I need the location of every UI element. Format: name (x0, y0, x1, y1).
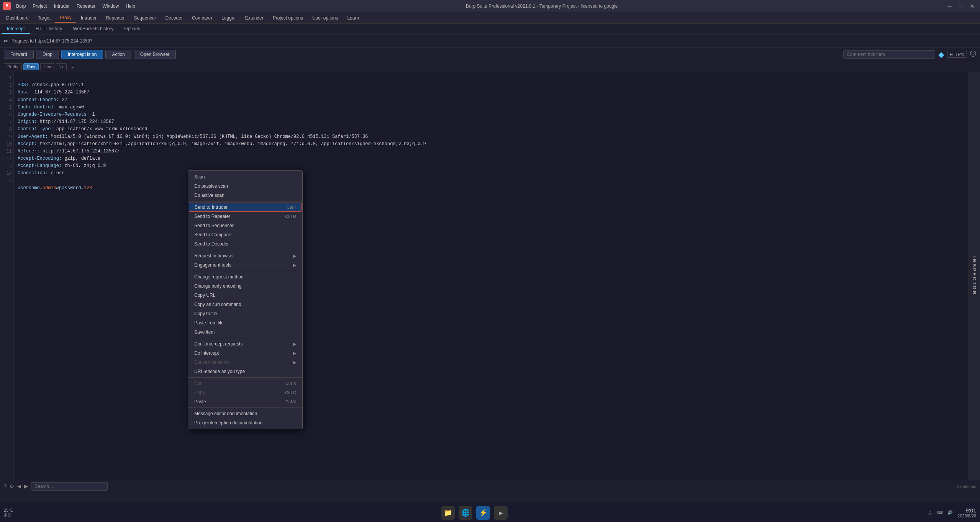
ctx-scan[interactable]: Scan (188, 172, 302, 182)
line-num: 13 (2, 162, 12, 170)
menu-repeater[interactable]: Repeater (74, 3, 98, 10)
toolbar-right: ◆ HTTP/1 ⓘ (843, 50, 976, 59)
menu-window[interactable]: Window (99, 3, 122, 10)
taskbar: 25°C 多云 📁 🌐 ⚡ ▶ 英 ⌨ 🔊 9:01 2023/6/26 (0, 503, 980, 522)
hex-button[interactable]: Hex (40, 63, 55, 70)
ctx-do-active-scan[interactable]: Do active scan (188, 191, 302, 200)
taskbar-icon-files[interactable]: 📁 (441, 506, 455, 520)
intercept-on-button[interactable]: Intercept is on (61, 50, 103, 59)
title-bar: B Burp Project Intruder Repeater Window … (0, 0, 980, 12)
taskbar-keyboard: ⌨ (937, 510, 943, 515)
ctx-copy-to-file[interactable]: Copy to file (188, 309, 302, 318)
proxy-tab-options[interactable]: Options (119, 25, 145, 34)
tab-decoder[interactable]: Decoder (161, 14, 187, 22)
tab-intruder[interactable]: Intruder (76, 14, 101, 22)
tab-target[interactable]: Target (33, 14, 55, 22)
matches-label: 0 matches (957, 484, 976, 489)
color-picker-icon[interactable]: ◆ (938, 50, 944, 59)
info-icon[interactable]: ⓘ (970, 50, 976, 58)
minimize-button[interactable]: ─ (946, 2, 954, 10)
menu-project[interactable]: Project (29, 3, 50, 10)
raw-button[interactable]: Raw (23, 63, 39, 70)
ctx-save-item[interactable]: Save item (188, 327, 302, 337)
nav-tab-bar: Dashboard Target Proxy Intruder Repeater… (0, 12, 980, 24)
ctx-send-to-intruder[interactable]: Send to Intruder Ctrl-I (189, 203, 302, 212)
ctx-request-in-browser[interactable]: Request in browser ▶ (188, 251, 302, 260)
ctx-change-body-encoding[interactable]: Change body encoding (188, 281, 302, 291)
request-url: Request to http://114.67.175.224:13587 (11, 38, 93, 44)
ctx-message-editor-docs[interactable]: Message editor documentation (188, 409, 302, 418)
ctx-copy-as-curl[interactable]: Copy as curl command (188, 300, 302, 309)
tab-user-options[interactable]: User options (308, 14, 343, 22)
menu-burp[interactable]: Burp (13, 3, 29, 10)
taskbar-icons: 📁 🌐 ⚡ ▶ (21, 506, 928, 520)
tab-sequencer[interactable]: Sequencer (129, 14, 161, 22)
ctx-proxy-interception-docs[interactable]: Proxy interception documentation (188, 418, 302, 427)
ctx-do-intercept[interactable]: Do intercept ▶ (188, 349, 302, 358)
window-controls: ─ □ ✕ (946, 2, 977, 10)
ctx-paste-from-file[interactable]: Paste from file (188, 318, 302, 327)
taskbar-icon-terminal[interactable]: ▶ (494, 506, 508, 520)
line-num: 4 (2, 97, 12, 104)
pretty-button[interactable]: Pretty (4, 63, 22, 70)
ctx-send-to-repeater[interactable]: Send to Repeater Ctrl-R (188, 212, 302, 221)
tab-proxy[interactable]: Proxy (55, 13, 76, 23)
newline-button[interactable]: \n (56, 63, 66, 70)
editor-main: Pretty Raw Hex \n ≡ 1 2 3 4 5 6 7 8 9 (0, 61, 980, 492)
taskbar-icon-burp[interactable]: ⚡ (476, 506, 490, 520)
date: 2023/6/26 (957, 514, 976, 518)
nav-back-icon[interactable]: ◀ (17, 483, 21, 489)
clock: 9:01 (957, 507, 976, 514)
tab-repeater[interactable]: Repeater (101, 14, 129, 22)
ctx-do-passive-scan[interactable]: Do passive scan (188, 182, 302, 191)
help-icon[interactable]: ? (4, 483, 7, 489)
comment-input[interactable] (843, 50, 935, 59)
close-button[interactable]: ✕ (968, 2, 977, 10)
line-num: 9 (2, 133, 12, 141)
line-num: 5 (2, 104, 12, 111)
line-num: 3 (2, 89, 12, 96)
maximize-button[interactable]: □ (957, 2, 965, 10)
ctx-send-to-comparer[interactable]: Send to Comparer (188, 230, 302, 239)
line-num: 14 (2, 170, 12, 177)
inspector-sidebar[interactable]: INSPECTOR (969, 72, 980, 480)
tab-dashboard[interactable]: Dashboard (2, 14, 33, 22)
forward-button[interactable]: Forward (4, 50, 34, 59)
ctx-url-encode[interactable]: URL-encode as you type (188, 367, 302, 376)
line-numbers: 1 2 3 4 5 6 7 8 9 10 11 12 13 14 15 (0, 72, 14, 480)
taskbar-icon-browser[interactable]: 🌐 (459, 506, 472, 520)
settings-icon[interactable]: ⚙ (10, 483, 14, 489)
proxy-tab-http-history[interactable]: HTTP history (30, 25, 68, 34)
proxy-tab-intercept[interactable]: Intercept (2, 25, 30, 34)
ctx-sep-5 (188, 377, 302, 378)
nav-forward-icon[interactable]: ▶ (24, 483, 28, 489)
menu-button[interactable]: ≡ (68, 63, 77, 70)
ctx-copy-url[interactable]: Copy URL (188, 291, 302, 300)
search-input[interactable] (31, 482, 108, 491)
drop-button[interactable]: Drop (36, 50, 59, 59)
ctx-engagement-tools[interactable]: Engagement tools ▶ (188, 260, 302, 270)
proxy-tab-bar: Intercept HTTP history WebSockets histor… (0, 24, 980, 34)
open-browser-button[interactable]: Open Browser (134, 50, 176, 59)
proxy-tab-websockets[interactable]: WebSockets history (68, 25, 119, 34)
action-button[interactable]: Action (105, 50, 131, 59)
menu-help[interactable]: Help (123, 3, 138, 10)
ctx-dont-intercept[interactable]: Don't intercept requests ▶ (188, 339, 302, 349)
ctx-send-to-decoder[interactable]: Send to Decoder (188, 239, 302, 249)
line-num: 1 (2, 74, 12, 82)
window-title: Burp Suite Professional v2021.8.1 - Temp… (466, 3, 618, 9)
menu-intruder[interactable]: Intruder (51, 3, 73, 10)
ctx-send-to-sequencer[interactable]: Send to Sequencer (188, 221, 302, 230)
taskbar-sound: 🔊 (947, 510, 953, 515)
ctx-paste[interactable]: Paste Ctrl-V (188, 397, 302, 406)
tab-extender[interactable]: Extender (241, 14, 268, 22)
editor-body: 1 2 3 4 5 6 7 8 9 10 11 12 13 14 15 POST… (0, 72, 980, 480)
tab-project-options[interactable]: Project options (268, 14, 308, 22)
weather-temp: 25°C (4, 508, 13, 512)
ctx-convert-selection: Convert selection ▶ (188, 358, 302, 367)
tab-logger[interactable]: Logger (217, 14, 240, 22)
editor-content[interactable]: POST /check.php HTTP/1.1 Host: 114.67.17… (14, 72, 969, 480)
tab-comparer[interactable]: Comparer (187, 14, 217, 22)
ctx-change-request-method[interactable]: Change request method (188, 272, 302, 281)
tab-learn[interactable]: Learn (343, 14, 364, 22)
